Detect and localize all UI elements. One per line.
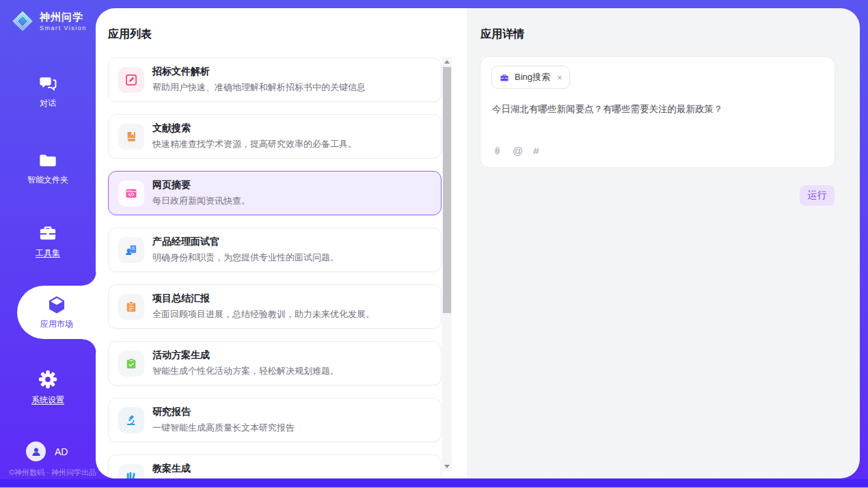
- brand-logo: 神州问学 Smart Vision: [11, 10, 87, 33]
- sidebar-item-label: 对话: [40, 98, 56, 109]
- briefcase-icon: [499, 72, 510, 83]
- diamond-logo-icon: [11, 10, 34, 33]
- app-card-project-summary[interactable]: 项目总结汇报 全面回顾项目进展，总结经验教训，助力未来优化发展。: [108, 284, 442, 329]
- app-card-desc: 智能生成个性化活动方案，轻松解决规划难题。: [152, 365, 339, 377]
- app-list-title: 应用列表: [108, 27, 152, 42]
- folder-icon: [38, 150, 58, 170]
- query-text-input[interactable]: 今日湖北有哪些新闻要点？有哪些需要关注的最新政策？: [492, 103, 820, 116]
- sidebar-item-app-market[interactable]: 应用市场: [17, 286, 96, 339]
- app-card-desc: 每日政府新闻资讯快查。: [152, 195, 250, 207]
- app-card-title: 文献搜索: [152, 122, 357, 135]
- tool-tag-label: Bing搜索: [515, 71, 550, 83]
- app-card-web-summary[interactable]: 网页摘要 每日政府新闻资讯快查。: [108, 171, 442, 215]
- app-card-bid-document-parse[interactable]: 招标文件解析 帮助用户快速、准确地理解和解析招标书中的关键信息: [108, 57, 442, 102]
- sidebar-item-label: 系统设置: [31, 394, 64, 406]
- at-mention-icon[interactable]: @: [513, 145, 523, 157]
- app-card-title: 教案生成: [152, 463, 330, 475]
- sidebar-item-label: 工具集: [36, 247, 60, 259]
- sidebar-item-smart-folders[interactable]: 智能文件夹: [0, 150, 96, 186]
- app-card-title: 研究报告: [152, 406, 295, 418]
- app-card-desc: 快速精准查找学术资源，提高研究效率的必备工具。: [152, 138, 357, 150]
- app-card-title: 活动方案生成: [152, 349, 339, 362]
- app-card-lesson-plan[interactable]: 教案生成 模板驱动，教案秒成，教学准备从此轻松快捷: [108, 455, 442, 478]
- chat-icon: [38, 74, 58, 93]
- app-card-pm-interviewer[interactable]: 产品经理面试官 明确身份和职责，为您提供专业性的面试问题。: [108, 228, 442, 272]
- document-edit-icon: [118, 67, 144, 93]
- app-detail-title: 应用详情: [480, 27, 524, 42]
- attachment-toolbar: @ #: [492, 145, 539, 157]
- sidebar-item-toolset[interactable]: 工具集: [0, 223, 96, 259]
- user-initials: AD: [55, 446, 68, 457]
- hash-tag-icon[interactable]: #: [533, 145, 539, 157]
- brand-name: 神州问学: [40, 11, 87, 24]
- app-card-desc: 帮助用户快速、准确地理解和解析招标书中的关键信息: [152, 81, 366, 94]
- sidebar-item-chat[interactable]: 对话: [0, 74, 96, 109]
- clipboard-icon: [118, 294, 144, 320]
- close-icon[interactable]: ×: [557, 72, 562, 83]
- books-icon: [118, 464, 144, 479]
- scrollbar-down-arrow-icon[interactable]: [442, 461, 452, 471]
- bottom-edge-bar: [0, 479, 868, 488]
- interviewer-icon: [118, 237, 144, 263]
- prompt-input-card[interactable]: Bing搜索 × 今日湖北有哪些新闻要点？有哪些需要关注的最新政策？ @ #: [480, 56, 835, 168]
- app-list-panel: 应用列表 招标文件解析 帮助用户快速、准确地理解和解析招标书中的关键信息: [96, 8, 467, 478]
- scrollbar-thumb[interactable]: [443, 67, 451, 313]
- app-card-list: 招标文件解析 帮助用户快速、准确地理解和解析招标书中的关键信息 文献搜索 快速精…: [108, 57, 442, 478]
- app-card-title: 项目总结汇报: [152, 293, 375, 305]
- app-card-title: 招标文件解析: [152, 66, 366, 78]
- sidebar-item-label: 应用市场: [40, 318, 73, 330]
- app-card-desc: 明确身份和职责，为您提供专业性的面试问题。: [152, 252, 339, 264]
- brand-subtitle: Smart Vision: [40, 25, 87, 31]
- sidebar-item-label: 智能文件夹: [27, 174, 68, 186]
- app-card-desc: 全面回顾项目进展，总结经验教训，助力未来优化发展。: [152, 308, 375, 321]
- active-tab-curve-bottom: [83, 339, 96, 353]
- app-card-title: 网页摘要: [152, 179, 250, 191]
- sidebar-item-system-settings[interactable]: 系统设置: [0, 369, 96, 406]
- copyright-footer: ©神州数码 · 神州问学出品: [9, 467, 96, 478]
- tool-tag-bing-search[interactable]: Bing搜索 ×: [491, 66, 570, 89]
- toolbox-icon: [38, 223, 58, 243]
- app-card-research-report[interactable]: 研究报告 一键智能生成高质量长文本研究报告: [108, 398, 442, 442]
- active-tab-curve-top: [83, 272, 96, 286]
- scrollbar[interactable]: [442, 57, 452, 471]
- gear-icon: [38, 369, 58, 390]
- app-card-desc: 一键智能生成高质量长文本研究报告: [152, 422, 295, 434]
- app-card-event-plan[interactable]: 活动方案生成 智能生成个性化活动方案，轻松解决规划难题。: [108, 341, 442, 385]
- cube-icon: [46, 295, 67, 315]
- browser-code-icon: [118, 180, 144, 206]
- book-icon: [118, 124, 144, 150]
- run-button[interactable]: 运行: [800, 185, 835, 206]
- paperclip-icon[interactable]: [492, 145, 502, 157]
- scrollbar-up-arrow-icon[interactable]: [442, 57, 452, 66]
- clipboard-check-icon: [118, 351, 144, 377]
- sidebar: 神州问学 Smart Vision 对话 智能文件夹 工具集: [0, 0, 96, 478]
- app-card-literature-search[interactable]: 文献搜索 快速精准查找学术资源，提高研究效率的必备工具。: [108, 114, 442, 159]
- app-detail-panel: 应用详情 Bing搜索 × 今日湖北有哪些新闻要点？有哪些需要关注的最新政策？ …: [467, 8, 860, 478]
- user-account[interactable]: AD: [26, 442, 68, 461]
- microscope-icon: [118, 407, 144, 433]
- avatar: [26, 442, 46, 461]
- app-card-title: 产品经理面试官: [152, 236, 339, 248]
